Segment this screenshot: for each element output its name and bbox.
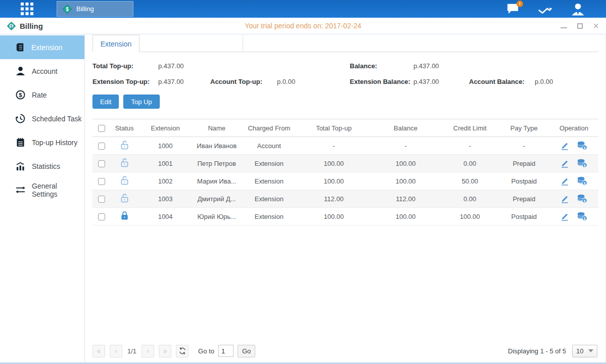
minimize-button[interactable] (560, 22, 568, 30)
cell-pay-type: Prepaid (499, 155, 549, 172)
column-header-status: Status (111, 119, 138, 137)
table-row[interactable]: 1000 Иван Иванов Account - - - - (92, 137, 598, 155)
cell-extension: 1001 (138, 155, 193, 172)
maximize-button[interactable] (576, 22, 584, 30)
cell-charged-from: Extension (241, 190, 297, 208)
coins-dollar-icon: $ (577, 159, 587, 168)
sidebar-item-statistics[interactable]: Statistics (0, 154, 84, 178)
extension-balance-value: p.437.00 (413, 78, 469, 85)
goto-label: Go to (198, 347, 214, 355)
unlocked-icon (120, 158, 129, 167)
cell-pay-type: Postpaid (499, 208, 549, 225)
status-lock-icon[interactable] (120, 175, 129, 185)
page-size-select[interactable]: 10 (572, 345, 597, 357)
row-edit-button[interactable] (560, 195, 569, 203)
row-edit-button[interactable] (560, 177, 569, 186)
cell-total-topup: 100.00 (297, 208, 370, 225)
status-lock-icon[interactable] (120, 211, 129, 220)
tab-extension[interactable]: Extension (92, 35, 139, 52)
sidebar-item-label: Extension (31, 43, 62, 52)
status-lock-icon[interactable] (120, 140, 129, 150)
account-topup-value: p.0.00 (277, 78, 350, 85)
column-header-extension: Extension (138, 119, 193, 137)
table-row[interactable]: 1002 Мария Ива... Extension 100.00 100.0… (92, 172, 598, 190)
total-topup-label: Total Top-up: (92, 62, 158, 70)
svg-text:$: $ (584, 181, 586, 186)
extension-balance-label: Extension Balance: (350, 78, 413, 85)
svg-text:$: $ (66, 6, 69, 12)
pencil-icon (560, 212, 569, 221)
transfer-arrows-icon (16, 186, 25, 194)
cell-extension: 1000 (138, 137, 193, 155)
row-edit-button[interactable] (560, 159, 569, 168)
column-header-total-topup: Total Top-up (297, 119, 370, 137)
row-checkbox[interactable] (98, 143, 105, 150)
row-checkbox[interactable] (98, 178, 105, 185)
cell-extension: 1002 (138, 172, 193, 190)
last-page-button[interactable]: » (159, 345, 171, 357)
row-topup-button[interactable]: $ (577, 194, 587, 203)
goto-page-input[interactable] (218, 345, 234, 357)
taskbar-tab-billing[interactable]: $ Billing (57, 1, 133, 17)
column-header-name: Name (193, 119, 241, 137)
table-row[interactable]: 1001 Петр Петров Extension 100.00 100.00… (92, 155, 598, 172)
coins-dollar-icon: $ (577, 212, 587, 221)
sidebar-item-extension[interactable]: Extension (0, 35, 84, 59)
row-topup-button[interactable]: $ (577, 212, 587, 221)
svg-text:$: $ (584, 217, 586, 221)
status-lock-icon[interactable] (120, 158, 129, 167)
edit-button[interactable]: Edit (92, 95, 119, 109)
app-launcher-button[interactable] (18, 1, 35, 18)
sidebar-item-account[interactable]: Account (0, 59, 84, 83)
notification-badge: ! (517, 1, 523, 7)
account-balance-label: Account Balance: (469, 78, 535, 85)
sidebar-item-rate[interactable]: $ Rate (0, 83, 84, 107)
unlocked-icon (120, 175, 129, 185)
line-chart-icon (538, 3, 553, 15)
content-spacer (92, 225, 598, 343)
page-indicator: 1/1 (127, 347, 136, 355)
sidebar-item-scheduled-task[interactable]: Scheduled Task (0, 107, 84, 130)
sidebar-item-general-settings[interactable]: General Settings (0, 178, 84, 202)
row-edit-button[interactable] (560, 142, 569, 150)
cell-balance: 100.00 (370, 172, 441, 190)
row-topup-button[interactable]: $ (577, 141, 587, 150)
page-size-value: 10 (576, 347, 583, 355)
system-top-bar: $ Billing ! (0, 0, 606, 18)
top-up-button[interactable]: Top Up (123, 95, 159, 109)
statistics-top-button[interactable] (537, 2, 553, 16)
column-header-pay-type: Pay Type (499, 119, 549, 137)
messages-button[interactable]: ! (505, 2, 521, 16)
pencil-icon (560, 195, 569, 203)
row-topup-button[interactable]: $ (577, 159, 587, 168)
extension-topup-value: p.437.00 (158, 78, 210, 85)
first-page-button[interactable]: « (92, 345, 105, 357)
billing-dollar-diamond-icon: $ (62, 4, 72, 14)
billing-app-window: $ Billing ! (0, 0, 606, 364)
row-checkbox[interactable] (98, 213, 105, 220)
row-checkbox[interactable] (98, 160, 105, 167)
displaying-text: Displaying 1 - 5 of 5 (508, 347, 566, 355)
column-header-operation: Operation (549, 119, 598, 137)
sidebar-item-topup-history[interactable]: Top-up History (0, 130, 84, 154)
sidebar-item-label: Rate (32, 91, 47, 99)
row-checkbox[interactable] (98, 196, 105, 203)
user-account-button[interactable] (570, 2, 586, 16)
refresh-button[interactable] (176, 345, 189, 357)
dollar-circle-icon: $ (16, 90, 25, 100)
row-topup-button[interactable]: $ (577, 176, 587, 186)
account-person-icon (16, 66, 25, 76)
status-lock-icon[interactable] (120, 193, 129, 203)
close-button[interactable]: × (592, 22, 600, 30)
next-page-button[interactable]: › (142, 345, 154, 357)
go-button[interactable]: Go (238, 345, 255, 357)
cell-balance: 112.00 (370, 190, 441, 208)
prev-page-button[interactable]: ‹ (110, 345, 122, 357)
minimize-icon (561, 27, 567, 28)
window-title: $ Billing (7, 21, 43, 31)
table-row[interactable]: 1003 Дмитрий Д... Extension 112.00 112.0… (92, 190, 598, 208)
table-row[interactable]: 1004 Юрий Юрь... Extension 100.00 100.00… (92, 208, 598, 225)
row-edit-button[interactable] (560, 212, 569, 221)
pencil-icon (560, 142, 569, 150)
select-all-checkbox[interactable] (98, 125, 105, 132)
